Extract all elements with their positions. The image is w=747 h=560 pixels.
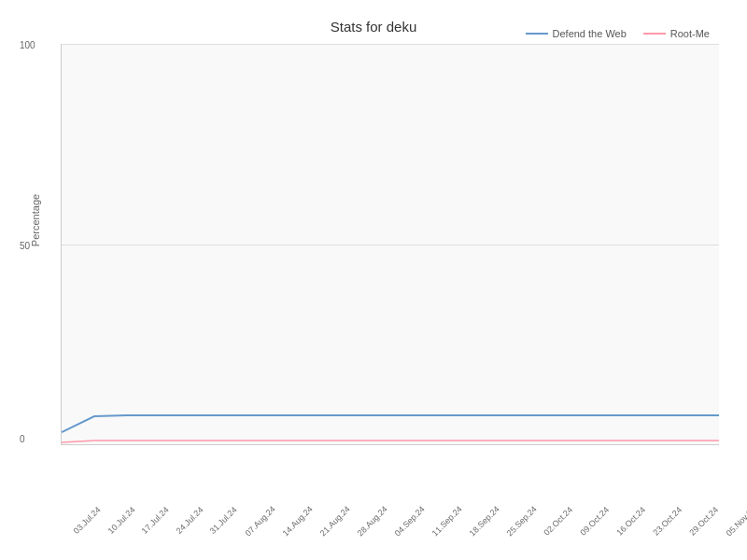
x-label-7: 21.Aug.24 [317, 505, 350, 538]
legend-line-rootme [643, 33, 666, 35]
legend-item-defend: Defend the Web [526, 28, 627, 39]
x-label-8: 28.Aug.24 [355, 505, 388, 538]
x-label-16: 23.Oct.24 [651, 505, 684, 538]
x-label-15: 16.Oct.24 [614, 505, 647, 538]
x-label-3: 24.Jul.24 [174, 505, 204, 536]
x-label-10: 11.Sep.24 [430, 505, 462, 538]
chart-svg [62, 44, 719, 444]
y-label-0: 0 [20, 434, 25, 444]
x-label-14: 09.Oct.24 [578, 505, 611, 538]
x-label-18: 05.Nov.24 [725, 505, 747, 538]
x-label-5: 07.Aug.24 [243, 505, 275, 538]
legend-label-defend: Defend the Web [553, 28, 627, 39]
chart-legend: Defend the Web Root-Me [526, 28, 710, 39]
x-label-11: 18.Sep.24 [467, 505, 500, 538]
x-label-17: 29.Oct.24 [687, 505, 720, 538]
legend-label-rootme: Root-Me [670, 28, 710, 39]
defend-line [62, 415, 719, 432]
y-axis-title: Percentage [30, 194, 41, 246]
x-label-9: 04.Sep.24 [392, 505, 425, 538]
chart-container: Stats for deku Defend the Web Root-Me Pe… [0, 0, 747, 560]
chart-area: 100 50 0 03.Jul.24 10.Jul.24 17.Jul.24 [61, 44, 719, 445]
legend-item-rootme: Root-Me [643, 28, 710, 39]
x-axis-labels: 03.Jul.24 10.Jul.24 17.Jul.24 24.Jul.24 … [62, 505, 719, 514]
x-label-6: 14.Aug.24 [280, 505, 313, 538]
x-label-2: 17.Jul.24 [140, 505, 171, 536]
y-label-50: 50 [20, 240, 30, 250]
x-label-12: 25.Sep.24 [504, 505, 537, 538]
y-label-100: 100 [20, 40, 35, 50]
x-label-4: 31.Jul.24 [208, 505, 239, 536]
x-label-0: 03.Jul.24 [72, 505, 103, 536]
rootme-line [62, 441, 719, 442]
legend-line-defend [526, 33, 548, 35]
x-label-13: 02.Oct.24 [542, 505, 574, 538]
x-label-1: 10.Jul.24 [106, 505, 136, 536]
